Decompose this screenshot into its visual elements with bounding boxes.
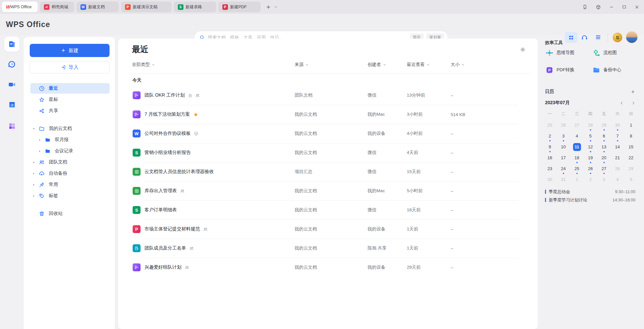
tool-思维导图[interactable]: 思维导图 [545,48,592,57]
window-tab[interactable]: S新建表格 [174,2,216,12]
calendar-day[interactable]: 18 [570,152,584,163]
calendar-day[interactable]: 6 [597,131,611,141]
calendar-day[interactable]: 2 [543,131,557,141]
calendar-day-selected[interactable]: 11 [570,141,584,152]
calendar-day[interactable]: 27 [597,163,611,174]
gear-icon[interactable] [520,46,526,53]
calendar-day[interactable]: 13 [597,141,611,152]
sidebar-item-最近[interactable]: 最近 [30,83,110,94]
sidebar-item-自动备份[interactable]: 自动备份 [30,168,110,179]
caret-right-icon[interactable] [36,138,43,141]
member-badge-icon[interactable]: S [613,33,622,42]
rail-item-meetings[interactable] [0,77,24,92]
rail-item-calendar[interactable]: 7 [0,97,24,112]
file-row[interactable]: S客户订单明细表我的云文档微信18天前– [118,200,538,220]
calendar-day[interactable]: 20 [597,152,611,163]
calendar-day[interactable]: 14 [611,141,624,152]
calendar-day[interactable]: 26 [584,163,597,174]
caret-right-icon[interactable] [30,194,37,197]
calendar-day[interactable]: 29 [597,120,611,131]
calendar-day[interactable]: 5 [624,174,638,185]
calendar-day[interactable]: 31 [557,174,570,185]
calendar-day[interactable]: 22 [624,152,638,163]
rail-item-messages[interactable] [0,57,24,72]
sidebar-item-回收站[interactable]: 回收站 [30,208,110,219]
calendar-next-chevron-right-icon[interactable] [631,101,635,105]
maximize-button[interactable] [622,5,627,9]
file-row[interactable]: 团队 OKR 工作计划团队文档微信13分钟前– [118,86,538,105]
import-button[interactable]: 导入 [30,61,110,74]
calendar-day[interactable]: 21 [611,152,624,163]
add-event-plus-icon[interactable] [630,89,635,94]
sidebar-item-共享[interactable]: 共享 [30,105,110,116]
new-document-button[interactable]: 新建 [30,44,110,57]
calendar-day[interactable]: 26 [557,120,570,131]
window-tab[interactable]: WWPS Office [2,2,38,12]
calendar-day[interactable]: 3 [557,131,570,141]
calendar-day[interactable]: 9 [543,141,557,152]
tab-list-chevron-down-icon[interactable] [274,5,278,9]
calendar-day[interactable]: 19 [584,152,597,163]
rail-item-documents[interactable] [4,37,19,52]
sidebar-item-标签[interactable]: 标签 [30,191,110,201]
file-row[interactable]: S营销小组业绩分析报告我的云文档微信4天前– [118,143,538,162]
caret-down-icon[interactable] [30,127,37,130]
calendar-day[interactable]: 2 [584,174,597,185]
file-row[interactable]: W公司对外合作协议模板我的云文档我的设备4小时前– [118,124,538,143]
caret-right-icon[interactable] [30,161,37,164]
filter-创建者[interactable]: 创建者 [368,62,386,68]
file-row[interactable]: 7 月线下活动策划方案我的云文档我的Mac3小时前514 KB [118,105,538,124]
sidebar-item-星标[interactable]: 星标 [30,94,110,105]
tool-PDF转换[interactable]: PPDF转换 [545,66,592,74]
close-button[interactable] [634,5,639,10]
calendar-day[interactable]: 12 [584,141,597,152]
apps-grid-button[interactable] [565,32,577,43]
calendar-day[interactable]: 16 [543,152,557,163]
calendar-day[interactable]: 4 [611,174,624,185]
sidebar-item-会议记录[interactable]: 会议记录 [36,146,110,156]
caret-right-icon[interactable] [30,172,37,175]
user-avatar[interactable] [626,31,638,44]
calendar-day[interactable]: 24 [557,163,570,174]
calendar-day[interactable]: 7 [611,131,624,141]
sidebar-item-团队文档[interactable]: 团队文档 [30,157,110,167]
file-row[interactable]: P市场主体登记提交材料规范我的云文档我的设备1天前– [118,220,538,239]
sidebar-item-我的云文档[interactable]: 我的云文档 [30,123,110,134]
window-tab[interactable]: P新建演示文稿 [121,2,172,12]
calendar-event[interactable]: 新季度学习计划讨论14:30–16:00 [545,196,635,204]
calendar-event[interactable]: 季度总结会9:30–11:00 [545,188,635,196]
file-row[interactable]: 团队成员及分工名单我的云文档陈旭 共享1天前– [118,239,538,258]
calendar-prev-chevron-left-icon[interactable] [620,101,624,105]
calendar-day[interactable]: 1 [624,120,638,131]
filter-来源[interactable]: 来源 [295,62,309,68]
calendar-day[interactable]: 4 [570,131,584,141]
calendar-day[interactable]: 27 [570,120,584,131]
new-tab-button[interactable] [266,4,271,10]
mobile-link-icon[interactable] [582,4,588,10]
calendar-day[interactable]: 28 [584,120,597,131]
caret-right-icon[interactable] [36,150,43,153]
calendar-day[interactable]: 10 [557,141,570,152]
filter-大小[interactable]: 大小 [451,62,465,68]
tool-备份中心[interactable]: 备份中心 [592,66,636,74]
calendar-day[interactable]: 29 [624,163,638,174]
menu-icon[interactable] [594,33,602,42]
filter-最近查看[interactable]: 最近查看 [407,62,430,68]
calendar-day[interactable]: 5 [584,131,597,141]
file-row[interactable]: 云文档管人员信息统计表理器验收项目汇总微信15天前– [118,162,538,181]
file-row[interactable]: 兴趣爱好组队计划我的云文档我的设备29天前– [118,258,538,277]
window-tab[interactable]: 稻壳商城 [40,2,74,12]
calendar-day[interactable]: 30 [611,120,624,131]
calendar-day[interactable]: 23 [543,163,557,174]
calendar-day[interactable]: 25 [570,163,584,174]
calendar-day[interactable]: 17 [557,152,570,163]
calendar-day[interactable]: 15 [624,141,638,152]
support-headset-icon[interactable] [580,33,589,42]
calendar-day[interactable]: 30 [543,174,557,185]
calendar-day[interactable]: 28 [611,163,624,174]
sidebar-item-常用[interactable]: 常用 [30,179,110,190]
tool-流程图[interactable]: 流程图 [592,48,636,57]
calendar-day[interactable]: 3 [597,174,611,185]
caret-right-icon[interactable] [30,183,37,186]
rail-item-apps[interactable] [0,118,24,134]
